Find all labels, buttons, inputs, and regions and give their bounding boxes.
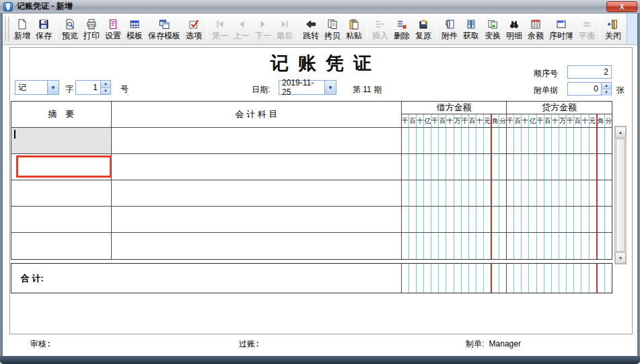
toolbar-setup-button[interactable]: 设置 — [102, 14, 124, 44]
toolbar-fetch-button[interactable]: 获取 — [460, 14, 482, 44]
credit-digit-cell — [581, 154, 589, 180]
spin-up-icon[interactable]: ▲ — [101, 81, 110, 88]
toolbar-balance-button[interactable]: 余额 — [525, 14, 546, 44]
toolbar-save-template-button[interactable]: 保存模板 — [145, 14, 183, 44]
account-cell[interactable] — [112, 154, 402, 180]
scrollbar-thumb[interactable] — [616, 139, 625, 252]
debit-amount-cell[interactable] — [402, 180, 507, 206]
toolbar-gripper[interactable] — [5, 17, 9, 41]
debit-amount-cell[interactable] — [402, 128, 507, 153]
grid-scrollbar[interactable]: ▲ ▼ — [614, 126, 627, 264]
scroll-up-icon[interactable]: ▲ — [615, 126, 626, 138]
credit-amount-cell[interactable] — [507, 207, 612, 232]
sequence-input[interactable]: 2 — [567, 65, 612, 79]
voucher-number-input[interactable]: 1 ▲▼ — [75, 80, 111, 95]
spin-up-icon[interactable]: ▲ — [602, 83, 611, 89]
toolbar-button-label: 序时簿 — [549, 31, 573, 40]
toolbar-attach-button[interactable]: 附件 — [439, 14, 460, 44]
toolbar-transform-button[interactable]: 变换 — [482, 14, 503, 44]
debit-digit-cell — [439, 154, 446, 180]
debit-digit-cell — [417, 154, 424, 180]
credit-digit-cell — [559, 154, 567, 180]
debit-digit-cell — [409, 180, 417, 206]
total-debit-digit-cell — [402, 264, 409, 293]
account-cell[interactable] — [112, 233, 402, 259]
summary-cell[interactable] — [11, 180, 112, 206]
credit-digit-header: 角 — [598, 114, 605, 127]
credit-amount-cell[interactable] — [507, 233, 612, 259]
toolbar-preview-button[interactable]: 预览 — [59, 14, 81, 44]
credit-digit-cell — [590, 128, 598, 153]
toolbar-template-button[interactable]: 模板 — [124, 14, 145, 44]
debit-amount-cell[interactable] — [402, 207, 507, 232]
credit-digit-cell — [552, 207, 559, 232]
toolbar-first-button: 第一 — [209, 14, 231, 44]
credit-digit-cell — [537, 128, 544, 153]
toolbar-next-button: 下一 — [252, 14, 274, 44]
credit-amount-cell[interactable] — [507, 180, 612, 206]
grid-row — [11, 233, 612, 259]
toolbar-delete-button[interactable]: 删除 — [391, 14, 413, 44]
toolbar-journal-button[interactable]: 序时簿 — [546, 14, 576, 44]
debit-digit-cell — [469, 233, 476, 259]
toolbar-print-button[interactable]: 打印 — [81, 14, 102, 44]
summary-cell-editing[interactable] — [11, 128, 111, 153]
debit-amount-cell[interactable] — [402, 154, 507, 180]
summary-cell[interactable] — [11, 154, 112, 180]
spin-down-icon[interactable]: ▼ — [602, 89, 611, 96]
total-debit-digit-cell — [431, 264, 439, 293]
total-debit-digit-cell — [417, 264, 424, 293]
credit-digit-grid — [507, 128, 612, 153]
toolbar-button-label: 获取 — [463, 31, 479, 40]
grid-header-row: 摘 要 会 计 科 目 借方金额 千百十亿千百十万千百十元角分 贷方金额 千百十… — [11, 102, 612, 128]
debit-digit-cell — [484, 207, 492, 232]
chevron-down-icon[interactable]: ▼ — [47, 81, 59, 94]
summary-cell[interactable] — [11, 207, 112, 232]
toolbar-paste-button[interactable]: 粘贴 — [343, 14, 365, 44]
toolbar-copy-button[interactable]: 拷贝 — [322, 14, 343, 44]
summary-cell[interactable] — [11, 128, 112, 153]
toolbar-options-button[interactable]: 选项 — [183, 14, 205, 44]
voucher-number-spinner[interactable]: ▲▼ — [100, 81, 110, 94]
attach-spinner[interactable]: ▲▼ — [601, 83, 611, 95]
toolbar-close-button[interactable]: 关闭 — [602, 14, 624, 44]
toolbar-save-button[interactable]: 保存 — [33, 14, 55, 44]
credit-amount-cell[interactable] — [507, 128, 612, 153]
account-cell[interactable] — [112, 180, 402, 206]
debit-digit-cell — [492, 207, 499, 232]
voucher-word-select[interactable]: 记 ▼ — [15, 80, 59, 95]
debit-digit-cell — [476, 128, 484, 153]
debit-digit-cell — [454, 207, 462, 232]
number-suffix-label: 号 — [120, 83, 129, 95]
total-credit-digit-cell — [529, 264, 536, 293]
close-window-button[interactable]: X — [606, 1, 637, 12]
scroll-down-icon[interactable]: ▼ — [615, 252, 626, 264]
credit-digit-cell — [529, 128, 536, 153]
credit-digit-header: 元 — [590, 114, 598, 127]
credit-digit-cell — [537, 154, 544, 180]
account-cell[interactable] — [112, 128, 402, 153]
debit-digit-header: 十 — [476, 114, 484, 127]
setup-icon — [106, 18, 120, 31]
toolbar-detail-button[interactable]: 明细 — [503, 14, 525, 44]
toolbar-restore-button[interactable]: 复原 — [413, 14, 434, 44]
credit-digit-cell — [605, 154, 612, 180]
total-label: 合 计: — [11, 264, 402, 293]
attach-input[interactable]: 0 ▲▼ — [567, 82, 612, 96]
window-border-right — [637, 13, 640, 356]
summary-cell[interactable] — [11, 233, 112, 259]
spin-down-icon[interactable]: ▼ — [101, 88, 110, 95]
toolbar-new-button[interactable]: 新增 — [11, 14, 33, 44]
credit-amount-cell[interactable] — [507, 154, 612, 180]
total-row: 合 计: — [11, 263, 612, 293]
reviewer-label: 审核: — [30, 338, 51, 350]
selected-cell-outline[interactable] — [16, 155, 112, 178]
debit-amount-cell[interactable] — [402, 233, 507, 259]
chevron-down-icon[interactable]: ▼ — [324, 81, 336, 94]
credit-digit-cell — [507, 154, 514, 180]
account-cell[interactable] — [112, 207, 402, 232]
new-page-icon — [15, 18, 29, 31]
date-select[interactable]: 2019-11-25 ▼ — [279, 80, 336, 95]
toolbar-jump-button[interactable]: 跳转 — [300, 14, 322, 44]
debit-digit-header: 分 — [499, 114, 506, 127]
